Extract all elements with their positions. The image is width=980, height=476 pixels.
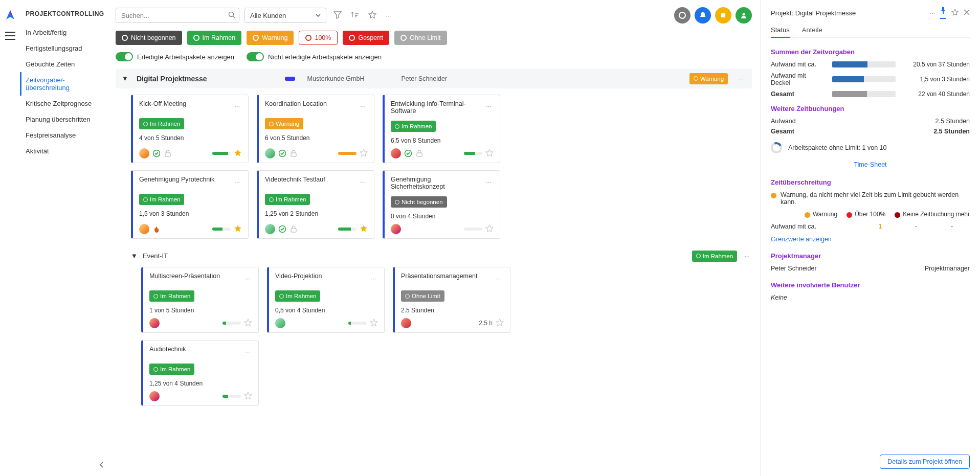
filter-not-started[interactable]: Nicht begonnen — [116, 31, 182, 45]
collapse-nav-button[interactable] — [99, 461, 104, 470]
topbar-btn-3[interactable] — [715, 7, 731, 24]
open-project-button[interactable]: Details zum Projekt öffnen — [880, 455, 970, 469]
nav-item-3[interactable]: Zeitvorgabe/-überschreitung — [20, 72, 107, 96]
star-icon[interactable] — [485, 149, 494, 158]
workpackage-card[interactable]: Entwicklung Info-Terminal-Software···Im … — [383, 95, 500, 163]
nav-item-1[interactable]: Fertigstellungsgrad — [26, 40, 107, 56]
subgroup-collapse-icon[interactable]: ▼ — [131, 252, 138, 260]
filter-no-limit[interactable]: Ohne Limit — [394, 31, 447, 45]
section-overrun: Zeitüberschreitung — [771, 178, 970, 186]
progress-bar — [212, 228, 231, 231]
panel-star-icon[interactable] — [951, 9, 959, 17]
panel-more-icon[interactable]: ··· — [929, 9, 935, 17]
filter-warning[interactable]: Warnung — [247, 31, 294, 45]
card-more-icon[interactable]: ··· — [242, 346, 252, 357]
filter-in-range[interactable]: Im Rahmen — [187, 31, 242, 45]
card-status-badge: Im Rahmen — [139, 118, 184, 129]
star-icon[interactable] — [234, 149, 242, 158]
workpackage-card[interactable]: Kick-Off Meeting···Im Rahmen4 von 5 Stun… — [131, 95, 249, 163]
pin-icon[interactable] — [940, 7, 946, 19]
card-hours: 1 von 5 Stunden — [149, 307, 252, 314]
lock-icon — [415, 149, 424, 157]
more-icon[interactable]: ··· — [384, 10, 393, 21]
nav-item-6[interactable]: Festpreisanalyse — [26, 127, 107, 143]
subgroup-more-icon[interactable]: ··· — [742, 250, 752, 262]
card-more-icon[interactable]: ··· — [232, 100, 242, 112]
card-hours: 1,25 von 4 Stunden — [149, 380, 252, 387]
time-sheet-link[interactable]: Time-Sheet — [854, 161, 886, 168]
card-more-icon[interactable]: ··· — [484, 176, 494, 188]
card-more-icon[interactable]: ··· — [484, 100, 494, 112]
avatar — [391, 224, 401, 234]
nav-item-7[interactable]: Aktivität — [26, 143, 107, 159]
favorite-icon[interactable] — [366, 9, 378, 22]
star-icon[interactable] — [360, 149, 368, 158]
filter-locked[interactable]: Gesperrt — [343, 31, 389, 45]
avatar — [265, 224, 275, 234]
star-icon[interactable] — [244, 319, 252, 328]
card-more-icon[interactable]: ··· — [358, 176, 368, 188]
tab-status[interactable]: Status — [771, 23, 790, 38]
close-icon[interactable] — [964, 9, 970, 17]
workpackage-card[interactable]: Video-Projektion···Im Rahmen0,5 von 4 St… — [267, 267, 385, 333]
warning-dot-icon — [771, 193, 776, 198]
star-icon[interactable] — [496, 319, 504, 328]
nav-item-0[interactable]: In Arbeit/fertig — [26, 25, 107, 40]
workpackage-card[interactable]: Audiotechnik···Im Rahmen1,25 von 4 Stund… — [141, 340, 259, 406]
topbar-btn-1[interactable] — [674, 7, 691, 24]
toggle-done[interactable] — [116, 52, 133, 61]
progress-bar — [222, 395, 241, 398]
tab-shares[interactable]: Anteile — [802, 23, 822, 37]
section-pm: Projektmanager — [771, 252, 970, 260]
avatar — [391, 148, 401, 158]
sp-row-label: Aufwand mit ca. — [771, 61, 827, 68]
section-time-sums: Summen der Zeitvorgaben — [771, 48, 970, 56]
star-icon[interactable] — [244, 392, 252, 401]
nav-item-4[interactable]: Kritische Zeitprognose — [26, 96, 107, 111]
filter-icon[interactable] — [331, 9, 344, 22]
filter-bar: Nicht begonnen Im Rahmen Warnung 100% Ge… — [107, 31, 760, 50]
pm-name: Peter Schneider — [771, 265, 817, 272]
card-status-badge: Im Rahmen — [139, 194, 184, 205]
card-more-icon[interactable]: ··· — [494, 273, 504, 284]
card-title: Genehmigung Sicherheitskonzept — [391, 176, 484, 190]
card-more-icon[interactable]: ··· — [232, 176, 242, 188]
workpackage-card[interactable]: Genehmigung Sicherheitskonzept···Nicht b… — [383, 170, 500, 239]
nav-item-5[interactable]: Planung überschritten — [26, 111, 107, 127]
kv-label: Aufwand — [771, 118, 796, 125]
nav-panel: PROJEKTCONTROLLING In Arbeit/fertigFerti… — [20, 0, 107, 476]
group-collapse-icon[interactable]: ▼ — [122, 75, 128, 82]
card-title: Koordination Location — [265, 100, 327, 107]
notifications-button[interactable] — [695, 7, 711, 24]
card-status-badge: Im Rahmen — [149, 290, 194, 302]
show-limits-link[interactable]: Grenzwerte anzeigen — [771, 236, 832, 243]
workpackage-card[interactable]: Genehmigung Pyrotechnik···Im Rahmen1,5 v… — [131, 170, 249, 239]
card-more-icon[interactable]: ··· — [368, 273, 378, 284]
customer-dropdown[interactable]: Alle Kunden — [244, 8, 326, 23]
search-input[interactable] — [116, 8, 239, 23]
legend-nobooking: Keine Zeitbuchung mehr — [895, 211, 970, 218]
workpackage-card[interactable]: Koordination Location···Warnung6 von 5 S… — [257, 95, 374, 163]
card-hours: 0 von 4 Stunden — [391, 213, 494, 220]
user-button[interactable] — [736, 7, 752, 24]
toggle-not-done[interactable] — [247, 52, 264, 61]
star-icon[interactable] — [360, 224, 368, 234]
threshold-nobooking-value: - — [934, 223, 970, 230]
card-more-icon[interactable]: ··· — [358, 100, 368, 112]
filter-100[interactable]: 100% — [299, 31, 338, 45]
workpackage-card[interactable]: Multiscreen-Präsentation···Im Rahmen1 vo… — [141, 267, 259, 333]
sort-icon[interactable] — [349, 9, 361, 22]
card-title: Audiotechnik — [149, 346, 186, 353]
star-icon[interactable] — [234, 224, 242, 234]
workpackage-card[interactable]: Videotechnik Testlauf···Im Rahmen1,25 vo… — [257, 170, 374, 239]
donut-text: Arbeitspakete ohne Limit: 1 von 10 — [788, 144, 886, 151]
card-more-icon[interactable]: ··· — [242, 273, 252, 284]
nav-item-2[interactable]: Gebuchte Zeiten — [26, 56, 107, 72]
group-more-icon[interactable]: ··· — [736, 73, 746, 84]
star-icon[interactable] — [370, 319, 378, 328]
star-icon[interactable] — [485, 224, 494, 234]
workpackage-card[interactable]: Präsentationsmanagement···Ohne Limit2.5 … — [393, 267, 510, 333]
menu-icon[interactable] — [5, 32, 15, 41]
svg-point-3 — [743, 13, 745, 16]
search-icon[interactable] — [228, 11, 235, 20]
